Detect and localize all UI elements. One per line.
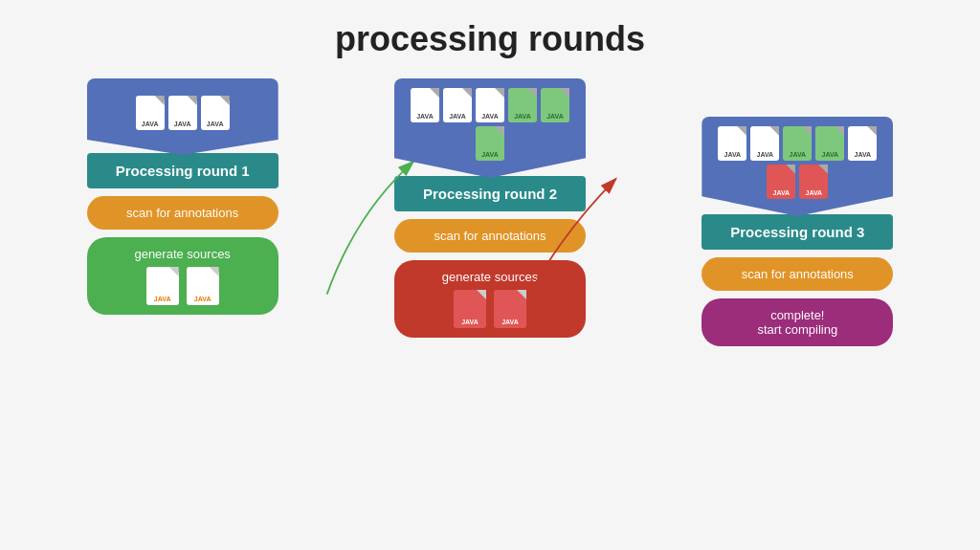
file-icon: JAVA: [718, 126, 746, 161]
round-2-gen-files: JAVA JAVA: [454, 290, 526, 328]
round-1-column: JAVA JAVA JAVA Processing round 1 scan f…: [78, 78, 288, 315]
round-1-file-cluster: JAVA JAVA JAVA: [87, 78, 278, 155]
round-3-scan-box: scan for annotations: [702, 257, 893, 291]
round-3-complete-box: complete! start compiling: [702, 298, 893, 346]
file-icon: JAVA: [443, 88, 472, 122]
gen-file-icon: JAVA: [494, 290, 526, 328]
file-icon: JAVA: [750, 126, 779, 161]
round-2-column: JAVA JAVA JAVA JAVA JAVA JAVA Processing…: [385, 78, 595, 338]
file-icon: JAVA: [476, 88, 504, 122]
file-icon-green: JAVA: [815, 126, 844, 161]
round-3-file-cluster: JAVA JAVA JAVA JAVA JAVA JAVA JAVA: [702, 117, 893, 216]
gen-file-icon: JAVA: [146, 267, 179, 305]
round-1-generate-label: generate sources: [134, 247, 230, 261]
round-2-label: Processing round 2: [394, 176, 586, 211]
file-icon-green: JAVA: [476, 126, 504, 161]
file-icon-red: JAVA: [767, 165, 795, 199]
file-icon-green: JAVA: [541, 88, 569, 122]
gen-file-icon: JAVA: [187, 267, 219, 305]
complete-label-line1: complete!: [709, 308, 885, 322]
file-icon-green: JAVA: [508, 88, 537, 122]
file-icon: JAVA: [411, 88, 439, 122]
round-1-generate-box: generate sources JAVA JAVA: [87, 237, 278, 315]
gen-file-icon: JAVA: [454, 290, 486, 328]
file-icon: JAVA: [136, 96, 165, 130]
round-3-column: JAVA JAVA JAVA JAVA JAVA JAVA JAVA Proce…: [692, 117, 902, 346]
file-icon: JAVA: [848, 126, 877, 161]
file-icon-red: JAVA: [799, 165, 828, 199]
file-icon-green: JAVA: [783, 126, 812, 161]
round-1-label: Processing round 1: [87, 153, 278, 188]
round-1-scan-box: scan for annotations: [87, 196, 278, 230]
round-2-file-cluster: JAVA JAVA JAVA JAVA JAVA JAVA: [394, 78, 586, 178]
content-area: JAVA JAVA JAVA Processing round 1 scan f…: [0, 69, 980, 346]
round-2-generate-box: generate sources JAVA JAVA: [394, 260, 586, 338]
round-2-generate-label: generate sources: [442, 270, 538, 284]
round-3-label: Processing round 3: [702, 214, 893, 250]
page-title: processing rounds: [0, 0, 980, 69]
round-2-scan-box: scan for annotations: [394, 219, 586, 253]
complete-label-line2: start compiling: [709, 322, 885, 337]
file-icon: JAVA: [201, 96, 230, 130]
file-icon: JAVA: [168, 96, 197, 130]
round-1-gen-files: JAVA JAVA: [146, 267, 219, 305]
